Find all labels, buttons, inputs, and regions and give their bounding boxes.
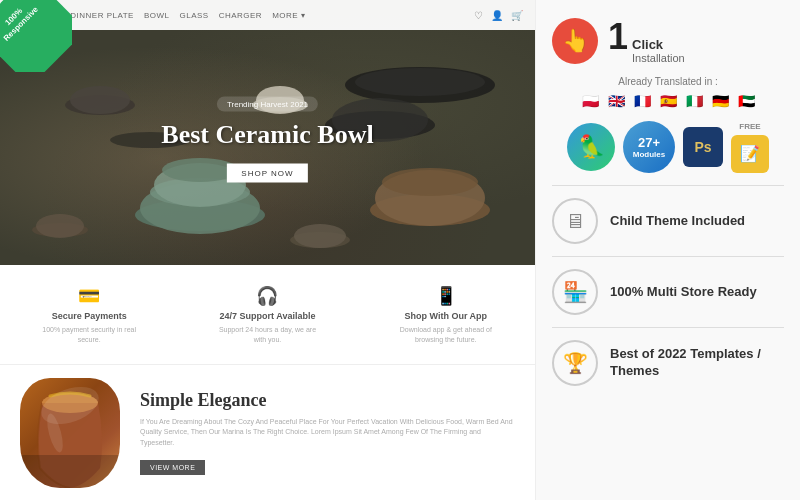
nav-glass[interactable]: GLASS: [179, 11, 208, 20]
multi-store-text: 100% Multi Store Ready: [610, 284, 757, 301]
translated-section: Already Translated in : 🇵🇱 🇬🇧 🇫🇷 🇪🇸 🇮🇹 🇩…: [552, 76, 784, 109]
trophy-icon: 🏆: [563, 351, 588, 375]
best-of-title: Best of 2022 Templates / Themes: [610, 346, 784, 380]
bottom-section: Simple Elegance If You Are Dreaming Abou…: [0, 365, 535, 500]
flag-de: 🇩🇪: [709, 93, 731, 109]
user-icon[interactable]: 👤: [491, 10, 503, 21]
click-label: Click: [632, 37, 685, 52]
elegance-title: Simple Elegance: [140, 390, 515, 411]
right-panel: 👆 1 Click Installation Already Translate…: [535, 0, 800, 500]
support-title: 24/7 Support Available: [220, 311, 316, 321]
click-icon: 👆: [552, 18, 598, 64]
edit-icon: 📝: [740, 144, 760, 163]
modules-count-badge: 27+ Modules: [623, 121, 675, 173]
click-sublabel: Installation: [632, 52, 685, 64]
nav-links: DINNER PLATE BOWL GLASS CHARGER MORE ▾: [70, 11, 305, 20]
parrot-badge: 🦜: [567, 123, 615, 171]
app-desc: Download app & get ahead of browsing the…: [396, 325, 496, 343]
modules-section: 🦜 27+ Modules Ps FREE 📝: [552, 121, 784, 173]
divider-3: [552, 327, 784, 328]
flags-row: 🇵🇱 🇬🇧 🇫🇷 🇪🇸 🇮🇹 🇩🇪 🇦🇪: [552, 93, 784, 109]
secure-payments-title: Secure Payments: [52, 311, 127, 321]
edit-badge: 📝: [731, 135, 769, 173]
hero-title: Best Ceramic Bowl: [161, 119, 373, 149]
support-desc: Support 24 hours a day, we are with you.: [217, 325, 317, 343]
svg-point-1: [355, 68, 485, 96]
best-of-badge: 🏆 Best of 2022 Templates / Themes: [552, 340, 784, 386]
pointer-icon: 👆: [562, 28, 589, 54]
flag-ae: 🇦🇪: [735, 93, 757, 109]
feature-secure-payments: 💳 Secure Payments 100% payment security …: [39, 285, 139, 343]
feature-app: 📱 Shop With Our App Download app & get a…: [396, 285, 496, 343]
multi-store-icon: 🏪: [552, 269, 598, 315]
best-of-text: Best of 2022 Templates / Themes: [610, 346, 784, 380]
ps-label: Ps: [694, 139, 711, 155]
pottery-image: [20, 378, 120, 488]
feature-support: 🎧 24/7 Support Available Support 24 hour…: [217, 285, 317, 343]
app-title: Shop With Our App: [405, 311, 488, 321]
modules-count: 27+: [638, 135, 660, 150]
hero-section: eramic DINNER PLATE BOWL GLASS CHARGER M…: [0, 0, 535, 265]
nav-icons: ♡ 👤 🛒: [474, 10, 523, 21]
nav-more[interactable]: MORE ▾: [272, 11, 305, 20]
multi-store-badge: 🏪 100% Multi Store Ready: [552, 269, 784, 315]
svg-point-13: [382, 168, 478, 196]
responsive-badge: 100% Responsive: [0, 0, 72, 72]
svg-point-15: [294, 224, 346, 248]
translated-title: Already Translated in :: [552, 76, 784, 87]
flag-fr: 🇫🇷: [631, 93, 653, 109]
nav-charger[interactable]: CHARGER: [219, 11, 263, 20]
flag-gb: 🇬🇧: [605, 93, 627, 109]
child-theme-text: Child Theme Included: [610, 213, 745, 230]
app-icon: 📱: [435, 285, 457, 307]
support-icon: 🎧: [256, 285, 278, 307]
flag-es: 🇪🇸: [657, 93, 679, 109]
flag-pl: 🇵🇱: [579, 93, 601, 109]
navbar: eramic DINNER PLATE BOWL GLASS CHARGER M…: [0, 0, 535, 30]
child-theme-title: Child Theme Included: [610, 213, 745, 230]
multi-store-title: 100% Multi Store Ready: [610, 284, 757, 301]
view-more-button[interactable]: VIEW MORE: [140, 460, 205, 475]
cart-icon[interactable]: 🛒: [511, 10, 523, 21]
modules-label: Modules: [633, 150, 665, 159]
click-number: 1: [608, 19, 628, 55]
pottery-svg: [20, 378, 120, 488]
flag-it: 🇮🇹: [683, 93, 705, 109]
wishlist-icon[interactable]: ♡: [474, 10, 483, 21]
nav-bowl[interactable]: BOWL: [144, 11, 170, 20]
theme-icon: 🖥: [565, 210, 585, 233]
divider-2: [552, 256, 784, 257]
store-icon: 🏪: [563, 280, 588, 304]
hero-content: Trending Harvest 2021 Best Ceramic Bowl …: [161, 92, 373, 182]
best-of-icon: 🏆: [552, 340, 598, 386]
divider-1: [552, 185, 784, 186]
left-panel: 100% Responsive eramic DINNER PLATE BOWL…: [0, 0, 535, 500]
shop-now-button[interactable]: SHOP NOW: [227, 163, 307, 182]
hero-trending-label: Trending Harvest 2021: [217, 96, 318, 111]
free-label: FREE: [739, 122, 760, 131]
child-theme-icon: 🖥: [552, 198, 598, 244]
elegance-desc: If You Are Dreaming About The Cozy And P…: [140, 417, 515, 449]
one-click-section: 👆 1 Click Installation: [552, 18, 784, 64]
svg-point-18: [36, 214, 84, 238]
svg-point-10: [70, 86, 130, 114]
click-text: 1 Click Installation: [608, 19, 685, 64]
simple-elegance-section: Simple Elegance If You Are Dreaming Abou…: [140, 390, 515, 476]
ps-badge: Ps: [683, 127, 723, 167]
child-theme-badge: 🖥 Child Theme Included: [552, 198, 784, 244]
features-section: 💳 Secure Payments 100% payment security …: [0, 265, 535, 365]
nav-dinner-plate[interactable]: DINNER PLATE: [70, 11, 134, 20]
secure-payments-icon: 💳: [78, 285, 100, 307]
secure-payments-desc: 100% payment security in real secure.: [39, 325, 139, 343]
